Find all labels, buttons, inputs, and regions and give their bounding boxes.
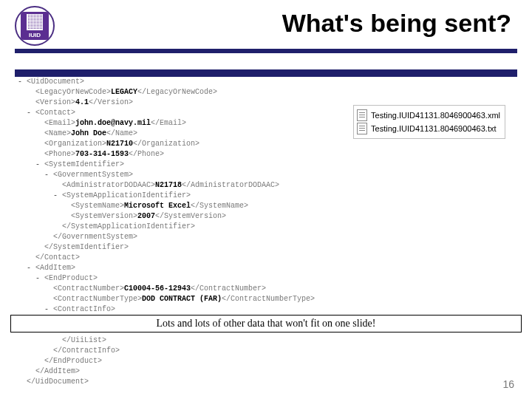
barcode-icon (27, 14, 43, 30)
file-row: Testing.IUID41131.8046900463.xml (357, 109, 500, 122)
slide-title: What's being sent? (55, 4, 517, 38)
file-name: Testing.IUID41131.8046900463.xml (371, 111, 500, 120)
page-number: 16 (502, 378, 514, 390)
title-underline (15, 49, 517, 53)
caption-text: Lots and lots of other data that won't f… (157, 318, 376, 330)
file-name: Testing.IUID41131.8046900463.txt (371, 124, 496, 133)
file-icon (357, 123, 367, 134)
file-row: Testing.IUID41131.8046900463.txt (357, 122, 500, 135)
file-list: Testing.IUID41131.8046900463.xml Testing… (353, 105, 505, 139)
caption-box: Lots and lots of other data that won't f… (10, 315, 522, 332)
file-icon (357, 109, 367, 121)
logo-text: IUID (29, 32, 41, 38)
logo-badge: IUID (15, 6, 55, 46)
